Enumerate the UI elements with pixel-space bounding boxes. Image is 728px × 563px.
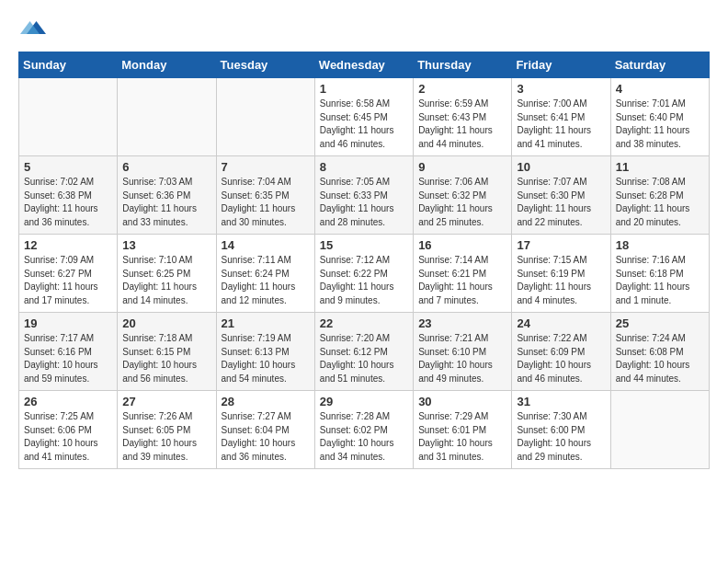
day-number: 25 (616, 316, 704, 330)
calendar-cell: 31Sunrise: 7:30 AM Sunset: 6:00 PM Dayli… (512, 391, 610, 469)
day-info: Sunrise: 7:28 AM Sunset: 6:02 PM Dayligh… (320, 410, 408, 464)
day-number: 30 (418, 395, 506, 408)
day-info: Sunrise: 7:06 AM Sunset: 6:32 PM Dayligh… (418, 176, 506, 229)
calendar-table: SundayMondayTuesdayWednesdayThursdayFrid… (18, 52, 710, 469)
calendar-cell (610, 391, 709, 469)
calendar-cell: 17Sunrise: 7:15 AM Sunset: 6:19 PM Dayli… (512, 235, 610, 313)
calendar-day-header: Wednesday (314, 52, 413, 78)
calendar-cell: 21Sunrise: 7:19 AM Sunset: 6:13 PM Dayli… (216, 313, 314, 391)
day-number: 5 (24, 160, 112, 174)
day-number: 26 (24, 395, 112, 408)
day-number: 27 (122, 395, 210, 408)
calendar-day-header: Tuesday (216, 52, 314, 78)
calendar-day-header: Sunday (19, 52, 118, 78)
day-info: Sunrise: 7:10 AM Sunset: 6:25 PM Dayligh… (122, 254, 210, 307)
calendar-cell: 28Sunrise: 7:27 AM Sunset: 6:04 PM Dayli… (216, 391, 314, 469)
calendar-day-header: Monday (118, 52, 216, 78)
calendar-week-row: 12Sunrise: 7:09 AM Sunset: 6:27 PM Dayli… (19, 235, 710, 313)
day-info: Sunrise: 7:02 AM Sunset: 6:38 PM Dayligh… (24, 176, 112, 229)
calendar-cell: 27Sunrise: 7:26 AM Sunset: 6:05 PM Dayli… (118, 391, 216, 469)
calendar-cell: 1Sunrise: 6:58 AM Sunset: 6:45 PM Daylig… (314, 78, 413, 156)
day-info: Sunrise: 6:59 AM Sunset: 6:43 PM Dayligh… (418, 98, 506, 151)
calendar-cell (19, 78, 118, 156)
day-info: Sunrise: 7:29 AM Sunset: 6:01 PM Dayligh… (418, 410, 506, 464)
calendar-header-row: SundayMondayTuesdayWednesdayThursdayFrid… (19, 52, 710, 78)
day-number: 8 (320, 160, 408, 174)
calendar-cell: 9Sunrise: 7:06 AM Sunset: 6:32 PM Daylig… (414, 156, 512, 235)
calendar-cell: 16Sunrise: 7:14 AM Sunset: 6:21 PM Dayli… (414, 235, 512, 313)
day-info: Sunrise: 7:05 AM Sunset: 6:33 PM Dayligh… (320, 176, 408, 229)
day-number: 1 (320, 82, 408, 96)
calendar-week-row: 19Sunrise: 7:17 AM Sunset: 6:16 PM Dayli… (19, 313, 710, 391)
day-info: Sunrise: 7:00 AM Sunset: 6:41 PM Dayligh… (517, 98, 605, 151)
calendar-cell: 2Sunrise: 6:59 AM Sunset: 6:43 PM Daylig… (414, 78, 512, 156)
calendar-cell: 14Sunrise: 7:11 AM Sunset: 6:24 PM Dayli… (216, 235, 314, 313)
day-number: 23 (418, 316, 506, 330)
calendar-cell: 5Sunrise: 7:02 AM Sunset: 6:38 PM Daylig… (19, 156, 118, 235)
day-info: Sunrise: 7:01 AM Sunset: 6:40 PM Dayligh… (616, 98, 704, 151)
calendar-cell: 26Sunrise: 7:25 AM Sunset: 6:06 PM Dayli… (19, 391, 118, 469)
day-number: 12 (24, 238, 112, 252)
day-number: 11 (616, 160, 704, 174)
day-info: Sunrise: 7:16 AM Sunset: 6:18 PM Dayligh… (616, 254, 704, 307)
calendar-cell: 4Sunrise: 7:01 AM Sunset: 6:40 PM Daylig… (610, 78, 709, 156)
page-header (18, 15, 710, 40)
day-number: 6 (122, 160, 210, 174)
calendar-cell: 13Sunrise: 7:10 AM Sunset: 6:25 PM Dayli… (118, 235, 216, 313)
day-info: Sunrise: 7:04 AM Sunset: 6:35 PM Dayligh… (222, 176, 310, 229)
day-number: 24 (517, 316, 605, 330)
calendar-cell (216, 78, 314, 156)
calendar-day-header: Thursday (414, 52, 512, 78)
day-number: 16 (418, 238, 506, 252)
day-info: Sunrise: 6:58 AM Sunset: 6:45 PM Dayligh… (320, 98, 408, 151)
day-number: 19 (24, 316, 112, 330)
day-info: Sunrise: 7:19 AM Sunset: 6:13 PM Dayligh… (222, 332, 310, 385)
day-number: 21 (222, 316, 310, 330)
day-info: Sunrise: 7:07 AM Sunset: 6:30 PM Dayligh… (517, 176, 605, 229)
calendar-cell: 6Sunrise: 7:03 AM Sunset: 6:36 PM Daylig… (118, 156, 216, 235)
day-info: Sunrise: 7:22 AM Sunset: 6:09 PM Dayligh… (517, 332, 605, 385)
calendar-cell: 8Sunrise: 7:05 AM Sunset: 6:33 PM Daylig… (314, 156, 413, 235)
day-info: Sunrise: 7:09 AM Sunset: 6:27 PM Dayligh… (24, 254, 112, 307)
day-number: 29 (320, 395, 408, 408)
day-number: 14 (222, 238, 310, 252)
day-number: 31 (517, 395, 605, 408)
day-number: 15 (320, 238, 408, 252)
calendar-day-header: Saturday (610, 52, 709, 78)
day-info: Sunrise: 7:18 AM Sunset: 6:15 PM Dayligh… (122, 332, 210, 385)
logo-icon (20, 15, 46, 40)
day-number: 2 (418, 82, 506, 96)
calendar-cell: 29Sunrise: 7:28 AM Sunset: 6:02 PM Dayli… (314, 391, 413, 469)
logo (18, 15, 46, 40)
day-info: Sunrise: 7:26 AM Sunset: 6:05 PM Dayligh… (122, 410, 210, 464)
calendar-week-row: 26Sunrise: 7:25 AM Sunset: 6:06 PM Dayli… (19, 391, 710, 469)
day-number: 4 (616, 82, 704, 96)
calendar-cell: 25Sunrise: 7:24 AM Sunset: 6:08 PM Dayli… (610, 313, 709, 391)
day-info: Sunrise: 7:21 AM Sunset: 6:10 PM Dayligh… (418, 332, 506, 385)
calendar-cell: 20Sunrise: 7:18 AM Sunset: 6:15 PM Dayli… (118, 313, 216, 391)
calendar-cell: 19Sunrise: 7:17 AM Sunset: 6:16 PM Dayli… (19, 313, 118, 391)
day-number: 28 (222, 395, 310, 408)
day-info: Sunrise: 7:15 AM Sunset: 6:19 PM Dayligh… (517, 254, 605, 307)
calendar-cell: 7Sunrise: 7:04 AM Sunset: 6:35 PM Daylig… (216, 156, 314, 235)
day-info: Sunrise: 7:14 AM Sunset: 6:21 PM Dayligh… (418, 254, 506, 307)
day-info: Sunrise: 7:03 AM Sunset: 6:36 PM Dayligh… (122, 176, 210, 229)
calendar-cell: 11Sunrise: 7:08 AM Sunset: 6:28 PM Dayli… (610, 156, 709, 235)
day-info: Sunrise: 7:20 AM Sunset: 6:12 PM Dayligh… (320, 332, 408, 385)
calendar-cell: 3Sunrise: 7:00 AM Sunset: 6:41 PM Daylig… (512, 78, 610, 156)
calendar-cell: 18Sunrise: 7:16 AM Sunset: 6:18 PM Dayli… (610, 235, 709, 313)
calendar-cell: 10Sunrise: 7:07 AM Sunset: 6:30 PM Dayli… (512, 156, 610, 235)
calendar-week-row: 1Sunrise: 6:58 AM Sunset: 6:45 PM Daylig… (19, 78, 710, 156)
day-info: Sunrise: 7:12 AM Sunset: 6:22 PM Dayligh… (320, 254, 408, 307)
calendar-cell (118, 78, 216, 156)
day-number: 17 (517, 238, 605, 252)
day-number: 3 (517, 82, 605, 96)
day-info: Sunrise: 7:30 AM Sunset: 6:00 PM Dayligh… (517, 410, 605, 464)
day-number: 9 (418, 160, 506, 174)
day-number: 13 (122, 238, 210, 252)
calendar-cell: 12Sunrise: 7:09 AM Sunset: 6:27 PM Dayli… (19, 235, 118, 313)
calendar-day-header: Friday (512, 52, 610, 78)
calendar-cell: 23Sunrise: 7:21 AM Sunset: 6:10 PM Dayli… (414, 313, 512, 391)
day-number: 10 (517, 160, 605, 174)
calendar-week-row: 5Sunrise: 7:02 AM Sunset: 6:38 PM Daylig… (19, 156, 710, 235)
